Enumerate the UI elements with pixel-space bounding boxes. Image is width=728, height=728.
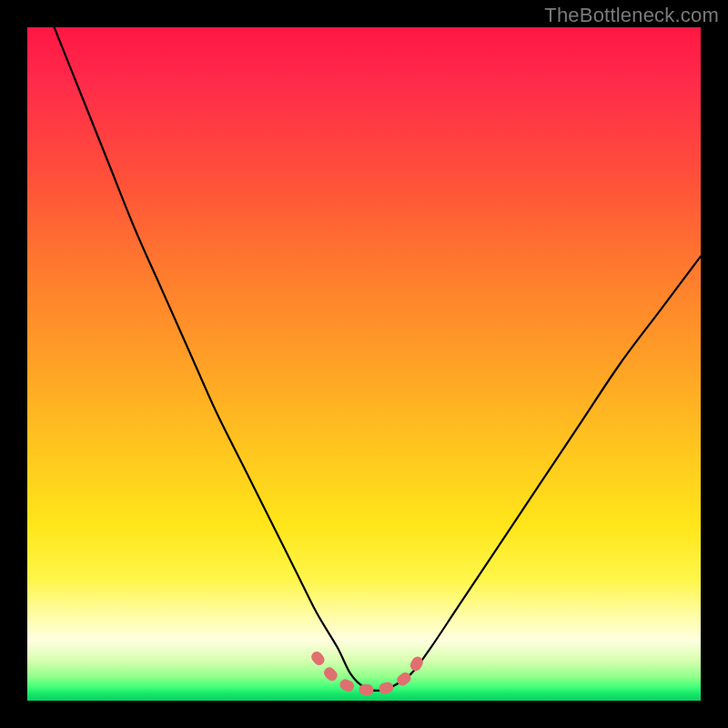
watermark-text: TheBottleneck.com [544,4,719,27]
chart-frame: TheBottleneck.com [0,0,728,728]
chart-plot-area [27,27,701,701]
bottleneck-curve [55,27,701,691]
chart-svg [27,27,701,701]
sweet-spot-marker [317,655,421,690]
